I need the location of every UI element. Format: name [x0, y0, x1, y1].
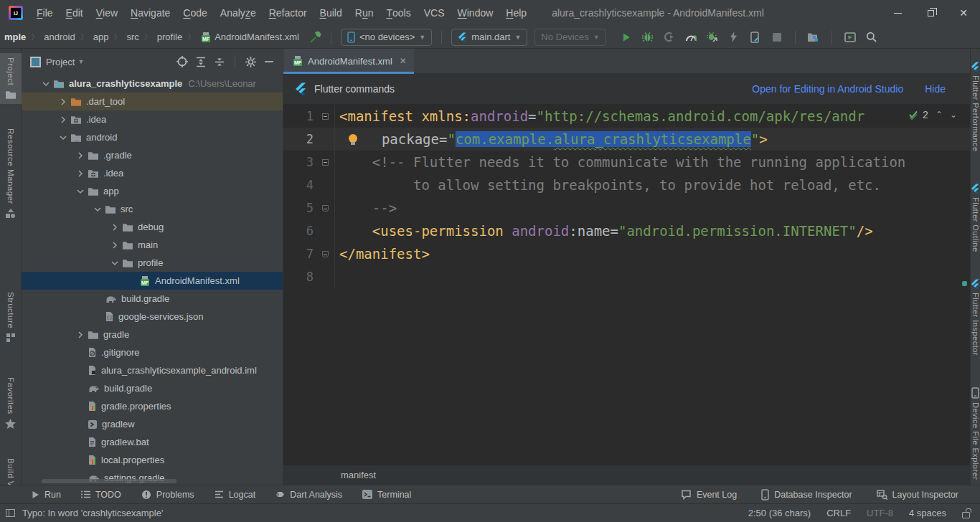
- intention-bulb-icon[interactable]: [348, 134, 359, 145]
- crumb-file[interactable]: MFAndroidManifest.xml: [199, 32, 301, 43]
- menu-edit[interactable]: Edit: [60, 0, 90, 26]
- tree-item-alura_crashlyticsexample[interactable]: alura_crashlyticsexampleC:\Users\Leonar: [22, 75, 283, 92]
- chevron-down-icon[interactable]: [108, 260, 122, 267]
- tree-item-build.gradle[interactable]: build.gradle: [22, 379, 283, 397]
- fold-marker[interactable]: [322, 113, 329, 120]
- tree-item-.dart_tool[interactable]: .dart_tool: [22, 92, 283, 110]
- breadcrumb-manifest[interactable]: manifest: [341, 470, 376, 480]
- tab-androidmanifest[interactable]: MF AndroidManifest.xml ✕: [283, 49, 414, 73]
- code-editor[interactable]: 1<manifest xmlns:android="http://schemas…: [283, 105, 970, 465]
- toolwindow-database-inspector[interactable]: Database Inspector: [761, 489, 852, 500]
- chevron-down-icon[interactable]: [90, 206, 105, 213]
- minimize-button[interactable]: [881, 0, 914, 26]
- tree-item-AndroidManifest.xml[interactable]: MFAndroidManifest.xml: [22, 272, 283, 290]
- code-line-8[interactable]: 8: [283, 265, 970, 288]
- toolstrip-flutter-performance[interactable]: Flutter Performance: [971, 56, 980, 158]
- build-hammer-button[interactable]: [306, 29, 325, 46]
- code-line-6[interactable]: 6 <uses-permission android:name="android…: [283, 219, 970, 242]
- toolwindow-terminal[interactable]: Terminal: [362, 490, 411, 500]
- code-line-1[interactable]: 1<manifest xmlns:android="http://schemas…: [283, 105, 970, 128]
- indent-setting[interactable]: 4 spaces: [909, 508, 946, 518]
- chevron-right-icon[interactable]: [56, 116, 70, 123]
- chevron-down-icon[interactable]: [56, 134, 70, 141]
- device-selector-dropdown[interactable]: <no devices> ▼: [341, 29, 432, 46]
- menu-analyze[interactable]: Analyze: [214, 0, 263, 26]
- gear-button[interactable]: [241, 53, 260, 70]
- crumb-profile[interactable]: profile: [156, 32, 184, 42]
- tree-item-src[interactable]: src: [22, 200, 283, 218]
- window-run-button[interactable]: [841, 29, 859, 46]
- tree-item-google-services.json[interactable]: {}google-services.json: [22, 308, 283, 326]
- bug-button[interactable]: [639, 29, 657, 46]
- locate-button[interactable]: [173, 53, 192, 70]
- bolt-button[interactable]: [725, 29, 743, 46]
- horizontal-scrollbar[interactable]: [42, 479, 176, 483]
- menu-file[interactable]: File: [30, 0, 60, 26]
- toolstrip-resource-manager[interactable]: Resource Manager: [5, 124, 17, 223]
- file-encoding[interactable]: UTF-8: [867, 508, 893, 518]
- tree-item-.gitignore[interactable]: .gitignore: [22, 343, 283, 361]
- tree-item-.gradle[interactable]: .gradle: [22, 146, 283, 164]
- menu-tools[interactable]: Tools: [380, 0, 417, 26]
- toolstrip-flutter-inspector[interactable]: Flutter Inspector: [971, 273, 980, 361]
- tree-item-main[interactable]: main: [22, 236, 283, 254]
- project-panel-title[interactable]: Project: [46, 57, 75, 67]
- tree-item-.idea[interactable]: .idea: [22, 110, 283, 128]
- tree-item-android[interactable]: android: [22, 128, 283, 146]
- chevron-right-icon[interactable]: [73, 170, 88, 177]
- toolstrip-project[interactable]: Project: [0, 53, 22, 104]
- toolwindow-problems[interactable]: Problems: [141, 490, 194, 500]
- menu-help[interactable]: Help: [499, 0, 533, 26]
- menu-vcs[interactable]: VCS: [418, 0, 451, 26]
- tree-item-local.properties[interactable]: local.properties: [22, 451, 283, 469]
- stop-button[interactable]: [768, 29, 786, 46]
- device-manager-button[interactable]: [804, 29, 823, 46]
- toolstrip-device-file-explorer[interactable]: Device File Explorer: [971, 381, 980, 485]
- phone-flutter-button[interactable]: [746, 29, 765, 46]
- toolwindow-event-log[interactable]: Event Log: [681, 490, 737, 500]
- tree-item-profile[interactable]: profile: [22, 254, 283, 272]
- profiler-button[interactable]: [660, 29, 679, 46]
- prev-problem-icon[interactable]: ⌃: [936, 110, 943, 120]
- toolwindow-todo[interactable]: TODO: [81, 490, 121, 500]
- tree-item-debug[interactable]: debug: [22, 218, 283, 236]
- collapse-all-button[interactable]: [210, 53, 229, 70]
- close-button[interactable]: ✕: [947, 0, 980, 26]
- tree-item-gradlew.bat[interactable]: gradlew.bat: [22, 433, 283, 451]
- devices-status-dropdown[interactable]: No Devices ▼: [534, 29, 606, 46]
- chevron-down-icon[interactable]: [39, 80, 53, 87]
- fold-end-marker[interactable]: [322, 205, 329, 212]
- crumb-mple[interactable]: mple: [3, 32, 27, 42]
- crumb-app[interactable]: app: [92, 32, 110, 42]
- close-tab-icon[interactable]: ✕: [400, 56, 407, 66]
- menu-navigate[interactable]: Navigate: [124, 0, 176, 26]
- toolwindow-logcat[interactable]: Logcat: [215, 490, 256, 500]
- unlock-icon[interactable]: [962, 512, 970, 518]
- code-line-2[interactable]: 2 package="com.example.alura_crashlytics…: [283, 128, 970, 151]
- caret-position[interactable]: 2:50 (36 chars): [748, 508, 811, 518]
- code-line-3[interactable]: 3 <!-- Flutter needs it to communicate w…: [283, 151, 970, 174]
- tree-item-alura_crashlyticsexample_android.iml[interactable]: alura_crashlyticsexample_android.iml: [22, 361, 283, 379]
- tree-item-gradle.properties[interactable]: gradle.properties: [22, 397, 283, 415]
- play-button[interactable]: [617, 29, 636, 46]
- tree-item-gradle[interactable]: gradle: [22, 326, 283, 343]
- code-line-5[interactable]: 5 -->: [283, 196, 970, 219]
- menu-run[interactable]: Run: [349, 0, 380, 26]
- chevron-right-icon[interactable]: [108, 242, 122, 249]
- hide-banner-link[interactable]: Hide: [925, 83, 946, 95]
- tree-item-app[interactable]: app: [22, 182, 283, 200]
- tree-item-gradlew[interactable]: gradlew: [22, 415, 283, 433]
- code-line-4[interactable]: 4 to allow setting breakpoints, to provi…: [283, 174, 970, 196]
- fold-marker[interactable]: [322, 159, 329, 166]
- run-config-dropdown[interactable]: main.dart ▼: [451, 29, 527, 46]
- open-in-android-studio-link[interactable]: Open for Editing in Android Studio: [752, 83, 903, 95]
- chevron-right-icon[interactable]: [56, 98, 70, 105]
- tree-item-.idea[interactable]: .idea: [22, 164, 283, 182]
- search-button[interactable]: [862, 29, 881, 46]
- chevron-down-icon[interactable]: ▼: [77, 58, 84, 65]
- toolwindow-toggle-icon[interactable]: [6, 509, 15, 517]
- chevron-right-icon[interactable]: [108, 224, 122, 231]
- toolwindow-run[interactable]: Run: [32, 490, 61, 500]
- toolstrip-flutter-outline[interactable]: Flutter Outline: [971, 178, 980, 258]
- crumb-android[interactable]: android: [42, 32, 76, 42]
